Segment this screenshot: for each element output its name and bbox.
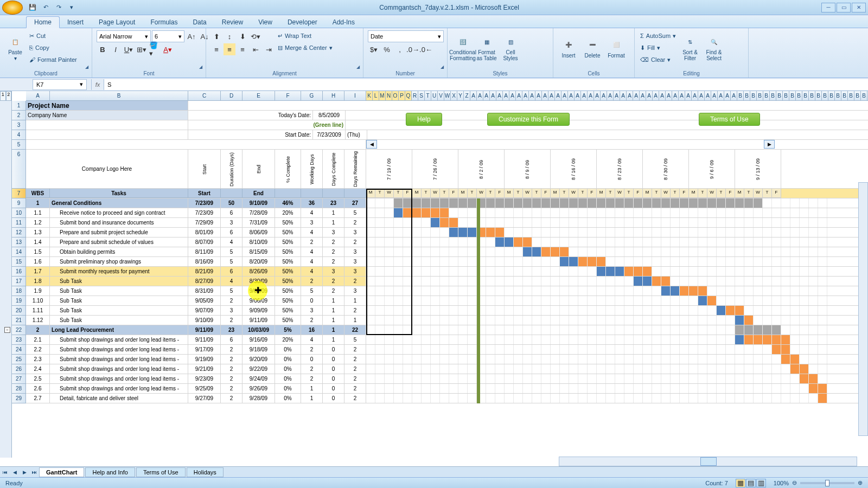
align-left-icon[interactable]: ≡ — [210, 43, 222, 55]
row-header[interactable]: 10 — [12, 208, 26, 218]
cell[interactable]: 8/01/09 — [188, 228, 221, 237]
paste-button[interactable]: 📋Paste▾ — [4, 30, 26, 66]
delete-button[interactable]: ➖Delete — [582, 30, 603, 66]
cell[interactable]: 9/11/09 — [188, 325, 221, 335]
col-header[interactable]: A — [483, 91, 490, 100]
cell[interactable]: Start — [188, 189, 221, 198]
cell[interactable]: 7/23/2009 — [313, 130, 346, 139]
cell[interactable]: 4 — [301, 257, 323, 266]
sheet-tab-help-and-info[interactable]: Help and Info — [85, 467, 135, 477]
zoom-slider[interactable] — [800, 482, 854, 484]
cell[interactable]: 2 — [221, 384, 242, 393]
cell[interactable]: 9/25/09 — [188, 384, 221, 393]
row-header[interactable]: 12 — [12, 228, 26, 237]
row-header[interactable]: 21 — [12, 316, 26, 325]
grid-body[interactable]: Project NameCompany NameToday's Date:8/5… — [26, 101, 868, 458]
cell[interactable]: 2 — [344, 277, 366, 286]
cell[interactable]: 27 — [344, 198, 366, 208]
col-header[interactable]: A — [601, 91, 607, 100]
cell[interactable]: 3 — [323, 228, 344, 237]
font-size-dropdown[interactable]: 6▾ — [152, 30, 184, 42]
tab-first-icon[interactable]: ⏮ — [0, 468, 10, 477]
cell[interactable]: Start Date: — [188, 130, 313, 139]
col-header[interactable]: M — [379, 91, 386, 100]
col-header[interactable]: A — [718, 91, 724, 100]
col-header[interactable]: G — [301, 91, 323, 100]
cell[interactable]: 2.5 — [26, 374, 50, 383]
cell[interactable] — [221, 189, 242, 198]
cell[interactable]: 2 — [301, 345, 323, 354]
cell[interactable]: 2 — [221, 355, 242, 364]
col-header[interactable]: B — [776, 91, 783, 100]
cell[interactable]: 20% — [275, 208, 301, 217]
percent-button[interactable]: % — [381, 43, 393, 55]
cell[interactable]: Company Name — [26, 111, 188, 120]
col-header[interactable]: A — [555, 91, 561, 100]
col-header[interactable]: A — [575, 91, 581, 100]
cell[interactable]: Sub Task — [50, 306, 188, 315]
tab-home[interactable]: Home — [26, 16, 60, 28]
cell[interactable]: Submit shop drawings and order long lead… — [50, 374, 188, 383]
cell[interactable]: Detail, fabricate and deliver steel — [50, 394, 188, 403]
row-header[interactable]: 4 — [12, 130, 26, 140]
row-header[interactable]: 19 — [12, 296, 26, 306]
clipboard-dialog-launcher[interactable]: ◢ — [85, 65, 91, 70]
cell[interactable]: 50% — [275, 267, 301, 276]
cell[interactable]: 8/21/09 — [188, 267, 221, 276]
cell[interactable]: 1.5 — [26, 247, 50, 256]
row-header[interactable]: 25 — [12, 355, 26, 364]
zoom-out-button[interactable]: ⊖ — [792, 479, 797, 486]
cell[interactable]: 4 — [301, 267, 323, 276]
cell[interactable]: 9/16/09 — [242, 335, 275, 344]
cell[interactable]: 6 — [221, 208, 242, 217]
cell[interactable]: 2 — [221, 316, 242, 325]
col-header[interactable]: Y — [457, 91, 464, 100]
cell[interactable]: 50% — [275, 218, 301, 227]
cell[interactable]: 36 — [301, 198, 323, 208]
tab-view[interactable]: View — [251, 17, 280, 28]
cell[interactable]: Long Lead Procurement — [50, 325, 188, 335]
format-painter-button[interactable]: 🖌Format Painter — [28, 54, 78, 65]
col-header[interactable]: A — [692, 91, 698, 100]
tab-review[interactable]: Review — [214, 17, 251, 28]
cell[interactable]: 8/20/09 — [242, 257, 275, 266]
cell[interactable]: 3 — [221, 306, 242, 315]
cell[interactable]: 8/16/09 — [188, 257, 221, 266]
cell[interactable] — [26, 130, 188, 139]
minimize-button[interactable]: ─ — [821, 3, 835, 12]
cell[interactable]: 1.8 — [26, 277, 50, 286]
cell[interactable]: 20% — [275, 335, 301, 344]
col-header[interactable]: B — [757, 91, 763, 100]
cell[interactable] — [275, 189, 301, 198]
cell[interactable]: 9/26/09 — [242, 384, 275, 393]
col-header[interactable]: A — [685, 91, 692, 100]
font-color-button[interactable]: A▾ — [162, 43, 174, 55]
col-header[interactable]: A — [724, 91, 731, 100]
cell[interactable]: 1.11 — [26, 306, 50, 315]
col-header[interactable]: B — [848, 91, 854, 100]
cell[interactable]: 9/24/09 — [242, 374, 275, 383]
cell[interactable]: 2 — [344, 384, 366, 393]
cell[interactable]: 9/23/09 — [188, 374, 221, 383]
col-header[interactable]: B — [763, 91, 770, 100]
col-header[interactable]: A — [561, 91, 568, 100]
format-button[interactable]: ⬜Format — [605, 30, 627, 66]
cell[interactable]: 8/31/09 — [188, 286, 221, 296]
col-header[interactable]: L — [373, 91, 379, 100]
cell[interactable]: 9/09/09 — [242, 306, 275, 315]
cell[interactable]: 3 — [301, 218, 323, 227]
cell[interactable]: Company Logo Here — [26, 150, 188, 189]
cell[interactable]: 50% — [275, 296, 301, 305]
cell[interactable]: 2 — [344, 218, 366, 227]
number-dialog-launcher[interactable]: ◢ — [441, 65, 446, 70]
cell[interactable]: 2 — [221, 394, 242, 403]
cell[interactable]: 0 — [323, 364, 344, 374]
cell[interactable]: 0% — [275, 345, 301, 354]
cell[interactable]: 0% — [275, 374, 301, 383]
cell[interactable]: 9/06/09 — [242, 296, 275, 305]
cell[interactable]: 50% — [275, 277, 301, 286]
col-header[interactable]: A — [594, 91, 601, 100]
col-header[interactable]: F — [275, 91, 301, 100]
comma-button[interactable]: , — [394, 43, 406, 55]
row-header[interactable]: 7 — [12, 189, 26, 198]
